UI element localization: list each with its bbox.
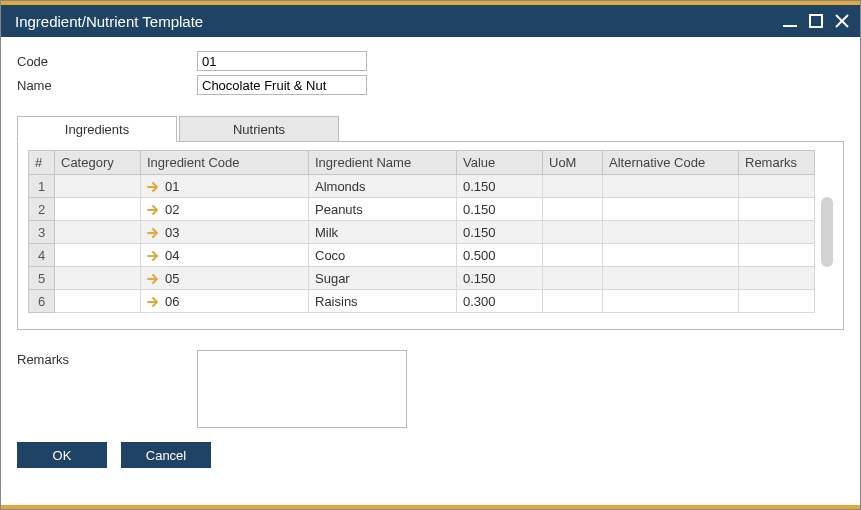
cell-remarks[interactable] [739,290,815,313]
drilldown-arrow-icon[interactable] [147,204,161,216]
cell-code[interactable]: 03 [141,221,309,244]
cell-name[interactable]: Peanuts [309,198,457,221]
row-number: 4 [29,244,55,267]
table-row[interactable]: 606Raisins0.300 [29,290,815,313]
cell-alt[interactable] [603,221,739,244]
drilldown-arrow-icon[interactable] [147,273,161,285]
cell-alt[interactable] [603,267,739,290]
cell-value[interactable]: 0.150 [457,221,543,244]
cell-alt[interactable] [603,290,739,313]
tab-strip: Ingredients Nutrients [17,115,844,141]
cell-uom[interactable] [543,244,603,267]
col-header-category[interactable]: Category [55,151,141,175]
cell-uom[interactable] [543,221,603,244]
cell-uom[interactable] [543,198,603,221]
cell-uom[interactable] [543,267,603,290]
name-row: Name [17,75,844,95]
cell-code[interactable]: 02 [141,198,309,221]
cell-uom[interactable] [543,290,603,313]
cell-alt[interactable] [603,244,739,267]
table-row[interactable]: 404Coco0.500 [29,244,815,267]
cell-code[interactable]: 04 [141,244,309,267]
cell-name[interactable]: Milk [309,221,457,244]
name-label: Name [17,78,197,93]
cell-value[interactable]: 0.150 [457,198,543,221]
cell-remarks[interactable] [739,198,815,221]
cell-name[interactable]: Raisins [309,290,457,313]
minimize-icon[interactable] [782,13,798,29]
cell-name[interactable]: Almonds [309,175,457,198]
drilldown-arrow-icon[interactable] [147,181,161,193]
col-header-code[interactable]: Ingredient Code [141,151,309,175]
row-number: 5 [29,267,55,290]
dialog-window: Ingredient/Nutrient Template Code Name I… [0,0,861,510]
ingredients-grid[interactable]: # Category Ingredient Code Ingredient Na… [28,150,815,313]
tab-nutrients[interactable]: Nutrients [179,116,339,142]
maximize-icon[interactable] [808,13,824,29]
window-title: Ingredient/Nutrient Template [15,13,782,30]
cell-value[interactable]: 0.150 [457,267,543,290]
grid-header-row: # Category Ingredient Code Ingredient Na… [29,151,815,175]
code-input[interactable] [197,51,367,71]
row-number: 6 [29,290,55,313]
cell-value[interactable]: 0.500 [457,244,543,267]
cell-name[interactable]: Coco [309,244,457,267]
close-icon[interactable] [834,13,850,29]
button-row: OK Cancel [17,442,844,468]
titlebar: Ingredient/Nutrient Template [1,1,860,37]
drilldown-arrow-icon[interactable] [147,296,161,308]
scrollbar-thumb[interactable] [821,197,833,267]
remarks-row: Remarks [17,350,844,428]
cell-category[interactable] [55,175,141,198]
tab-label: Nutrients [233,122,285,137]
table-row[interactable]: 101Almonds0.150 [29,175,815,198]
col-header-alt[interactable]: Alternative Code [603,151,739,175]
cell-category[interactable] [55,198,141,221]
cell-category[interactable] [55,290,141,313]
code-label: Code [17,54,197,69]
drilldown-arrow-icon[interactable] [147,250,161,262]
cell-code[interactable]: 01 [141,175,309,198]
col-header-remarks[interactable]: Remarks [739,151,815,175]
grid-scrollbar[interactable] [821,150,833,313]
content-area: Code Name Ingredients Nutrients [1,37,860,505]
ok-button[interactable]: OK [17,442,107,468]
col-header-value[interactable]: Value [457,151,543,175]
cell-remarks[interactable] [739,221,815,244]
cell-uom[interactable] [543,175,603,198]
tab-ingredients[interactable]: Ingredients [17,116,177,142]
cell-remarks[interactable] [739,244,815,267]
cell-alt[interactable] [603,175,739,198]
cell-code[interactable]: 06 [141,290,309,313]
row-number: 3 [29,221,55,244]
col-header-uom[interactable]: UoM [543,151,603,175]
row-number: 1 [29,175,55,198]
table-row[interactable]: 202Peanuts0.150 [29,198,815,221]
ingredients-panel: # Category Ingredient Code Ingredient Na… [17,141,844,330]
cell-name[interactable]: Sugar [309,267,457,290]
cell-value[interactable]: 0.300 [457,290,543,313]
window-controls [782,13,850,29]
remarks-textarea[interactable] [197,350,407,428]
table-row[interactable]: 303Milk0.150 [29,221,815,244]
code-row: Code [17,51,844,71]
bottom-accent [1,505,860,509]
cancel-button[interactable]: Cancel [121,442,211,468]
name-input[interactable] [197,75,367,95]
tab-label: Ingredients [65,122,129,137]
col-header-num[interactable]: # [29,151,55,175]
drilldown-arrow-icon[interactable] [147,227,161,239]
cell-remarks[interactable] [739,175,815,198]
cell-category[interactable] [55,244,141,267]
col-header-name[interactable]: Ingredient Name [309,151,457,175]
remarks-label: Remarks [17,350,197,428]
svg-rect-1 [810,15,822,27]
table-row[interactable]: 505Sugar0.150 [29,267,815,290]
cell-category[interactable] [55,267,141,290]
row-number: 2 [29,198,55,221]
cell-value[interactable]: 0.150 [457,175,543,198]
cell-remarks[interactable] [739,267,815,290]
cell-category[interactable] [55,221,141,244]
cell-alt[interactable] [603,198,739,221]
cell-code[interactable]: 05 [141,267,309,290]
